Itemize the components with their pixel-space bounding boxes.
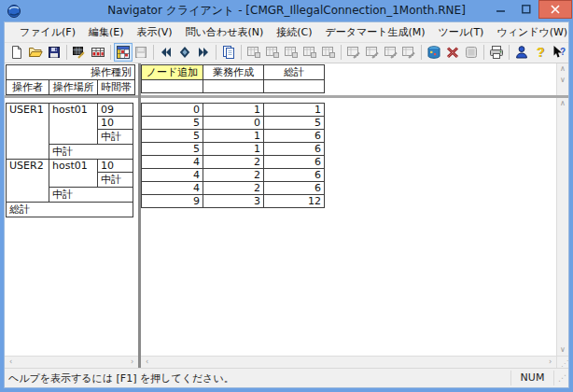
value-cell[interactable]: 5 — [142, 116, 203, 129]
print-button[interactable] — [487, 43, 506, 62]
window-title: Navigator クライアント - [CMGR_IllegalConnecti… — [107, 3, 466, 19]
value-cell[interactable]: 4 — [142, 168, 203, 181]
save-button[interactable] — [45, 43, 63, 62]
right-horizontal-scrollbar[interactable]: ‹ › — [141, 356, 556, 368]
statusbar-resize-grip[interactable]: ⋰ — [553, 371, 568, 385]
wizard-icon — [72, 45, 87, 60]
open-icon — [28, 45, 43, 60]
value-cell[interactable]: 5 — [264, 116, 325, 129]
total-value-cell[interactable]: 9 — [142, 194, 203, 207]
row-label-cell[interactable]: host01 — [49, 103, 98, 144]
resize-grip[interactable]: ⋰ — [556, 356, 568, 368]
value-cell[interactable]: 1 — [203, 142, 264, 155]
scroll-up-icon[interactable]: ∧ — [557, 63, 569, 75]
menu-datamart[interactable]: データマート生成(M) — [318, 22, 431, 42]
scroll-up-icon[interactable]: ∧ — [557, 98, 569, 109]
minimize-button[interactable] — [488, 0, 513, 19]
row-header-corner: 操作種別 操作者 操作場所 時間帯 — [5, 63, 138, 95]
col-header-empty-cell[interactable] — [264, 79, 325, 92]
row-label-cell[interactable]: 10 — [98, 159, 133, 172]
menu-tools[interactable]: ツール(T) — [432, 22, 491, 42]
value-cell[interactable]: 0 — [203, 116, 264, 129]
context-help-button[interactable] — [550, 43, 568, 62]
row-header-place[interactable]: 操作場所 — [49, 79, 98, 94]
value-cell[interactable]: 6 — [264, 181, 325, 194]
value-cell[interactable]: 1 — [264, 103, 325, 116]
scroll-left-icon[interactable]: ‹ — [5, 357, 17, 368]
value-cell[interactable]: 6 — [264, 129, 325, 142]
maximize-button[interactable] — [513, 0, 538, 19]
value-cell[interactable]: 4 — [142, 155, 203, 168]
value-table: 0 1 1 5 0 5 5 1 6 5 — [141, 103, 325, 208]
value-cell[interactable]: 0 — [142, 103, 203, 116]
left-horizontal-scrollbar[interactable]: ‹ › — [5, 356, 138, 368]
menu-edit[interactable]: 編集(E) — [82, 22, 131, 42]
scroll-down-icon[interactable]: ∨ — [557, 75, 569, 86]
row-label-cell[interactable]: host01 — [49, 159, 98, 187]
user-info-button[interactable] — [512, 43, 531, 62]
help-topics-button[interactable] — [531, 43, 550, 62]
copy-button[interactable] — [219, 43, 238, 62]
nav-forward-button[interactable] — [194, 43, 213, 62]
nav-back-button[interactable] — [157, 43, 175, 62]
header-vertical-scrollbar[interactable]: ∧ ∨ — [556, 63, 568, 95]
row-header-time[interactable]: 時間帯 — [98, 79, 135, 94]
pivot-view-button[interactable] — [114, 43, 133, 62]
forward-icon — [196, 45, 211, 60]
row-axis-title-cell[interactable]: 操作種別 — [7, 64, 135, 79]
value-cell[interactable]: 6 — [264, 168, 325, 181]
gdrill-icon — [346, 45, 361, 60]
value-cell[interactable]: 1 — [203, 129, 264, 142]
help-icon — [533, 45, 548, 60]
menu-window[interactable]: ウィンドウ(W) — [490, 22, 573, 42]
menu-connect[interactable]: 接続(C) — [270, 22, 318, 42]
grand-total-label-cell[interactable]: 総計 — [7, 202, 133, 217]
nav-current-button[interactable] — [175, 43, 194, 62]
row-label-cell[interactable]: 中計 — [98, 129, 133, 144]
row-label-cell[interactable]: 10 — [98, 116, 133, 129]
app-icon — [7, 4, 21, 19]
value-cell[interactable]: 2 — [203, 168, 264, 181]
subtotal-label-cell[interactable]: 中計 — [49, 187, 133, 202]
menu-file[interactable]: ファイル(F) — [13, 22, 82, 42]
scroll-right-icon[interactable]: › — [126, 357, 138, 368]
edit-table-button[interactable] — [89, 43, 107, 62]
total-value-cell[interactable]: 3 — [203, 194, 264, 207]
disconnect-button[interactable] — [443, 43, 462, 62]
gblank-icon — [464, 45, 479, 60]
total-value-cell[interactable]: 12 — [264, 194, 325, 207]
row-label-cell[interactable]: 中計 — [98, 172, 133, 187]
value-cell[interactable]: 5 — [142, 142, 203, 155]
table-edit-3-button — [282, 43, 300, 62]
menu-view[interactable]: 表示(V) — [131, 22, 179, 42]
row-label-cell[interactable]: 09 — [98, 103, 133, 116]
toolbar-separator — [216, 45, 217, 60]
row-label-cell[interactable]: USER1 — [7, 103, 49, 159]
col-header-task-create[interactable]: 業務作成 — [203, 64, 264, 79]
close-button[interactable] — [538, 0, 572, 19]
value-cell[interactable]: 2 — [203, 155, 264, 168]
value-cell[interactable]: 5 — [142, 129, 203, 142]
value-cell[interactable]: 4 — [142, 181, 203, 194]
col-header-total[interactable]: 総計 — [264, 64, 325, 79]
scroll-down-icon[interactable]: ∨ — [557, 344, 569, 356]
query-wizard-button[interactable] — [70, 43, 89, 62]
scroll-right-icon[interactable]: › — [544, 357, 556, 368]
col-header-empty-cell[interactable] — [203, 79, 264, 92]
status-bar: ヘルプを表示するには [F1] を押してください。 NUM ⋰ — [5, 369, 568, 387]
value-cell[interactable]: 6 — [264, 155, 325, 168]
col-header-empty-cell[interactable] — [142, 79, 203, 92]
vertical-scrollbar[interactable]: ∧ ∨ — [556, 98, 568, 356]
col-header-node-add[interactable]: ノード追加 — [142, 64, 203, 79]
row-header-operator[interactable]: 操作者 — [7, 79, 49, 94]
open-button[interactable] — [26, 43, 45, 62]
row-label-cell[interactable]: USER2 — [7, 159, 49, 202]
scroll-left-icon[interactable]: ‹ — [141, 357, 153, 368]
datamart-generate-button[interactable] — [425, 43, 443, 62]
subtotal-label-cell[interactable]: 中計 — [49, 144, 133, 159]
menu-query-table[interactable]: 問い合わせ表(N) — [179, 22, 271, 42]
new-button[interactable] — [7, 43, 26, 62]
value-cell[interactable]: 1 — [203, 103, 264, 116]
value-cell[interactable]: 6 — [264, 142, 325, 155]
value-cell[interactable]: 2 — [203, 181, 264, 194]
